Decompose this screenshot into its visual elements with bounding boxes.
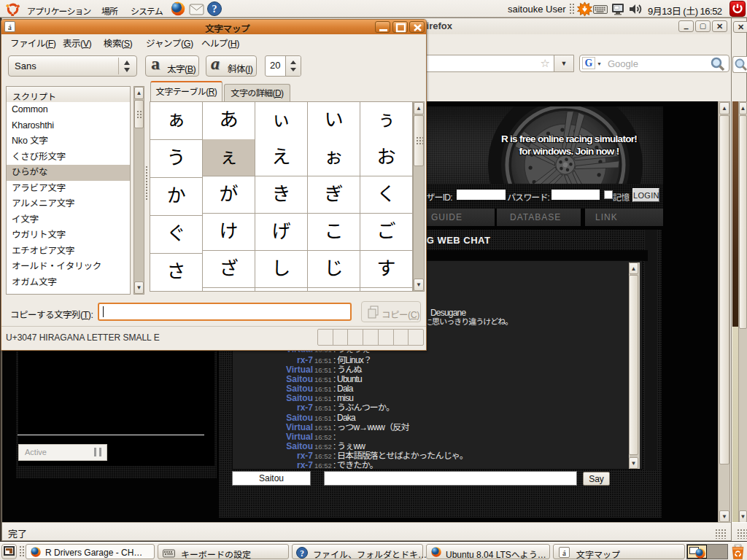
svg-text:?: ? [212,4,217,15]
svg-text:?: ? [300,549,304,558]
